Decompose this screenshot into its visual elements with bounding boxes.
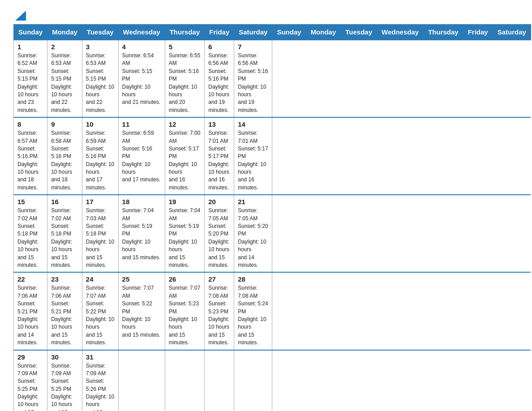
- day-info: Sunrise: 7:09 AMSunset: 5:25 PMDaylight:…: [17, 362, 43, 411]
- calendar-cell: 21Sunrise: 7:05 AMSunset: 5:20 PMDayligh…: [234, 195, 272, 272]
- day-number: 20: [208, 198, 230, 206]
- day-number: 16: [51, 198, 78, 206]
- calendar-cell: 7Sunrise: 6:56 AMSunset: 5:16 PMDaylight…: [234, 40, 272, 117]
- day-info: Sunrise: 7:06 AMSunset: 5:21 PMDaylight:…: [17, 284, 43, 347]
- header-tuesday: Tuesday: [82, 25, 118, 40]
- day-info: Sunrise: 6:59 AMSunset: 5:16 PMDaylight:…: [122, 129, 161, 184]
- day-number: 10: [86, 120, 115, 128]
- day-info: Sunrise: 6:56 AMSunset: 5:16 PMDaylight:…: [208, 52, 230, 114]
- calendar-cell: 1Sunrise: 6:52 AMSunset: 5:15 PMDaylight…: [14, 40, 47, 117]
- day-info: Sunrise: 6:57 AMSunset: 5:16 PMDaylight:…: [17, 129, 43, 192]
- calendar-cell: 2Sunrise: 6:53 AMSunset: 5:15 PMDaylight…: [47, 40, 82, 117]
- day-info: Sunrise: 6:53 AMSunset: 5:15 PMDaylight:…: [86, 52, 115, 114]
- calendar-cell: 31Sunrise: 7:09 AMSunset: 5:26 PMDayligh…: [82, 350, 118, 411]
- header-saturday: Saturday: [493, 25, 531, 40]
- day-info: Sunrise: 7:05 AMSunset: 5:20 PMDaylight:…: [208, 207, 230, 269]
- calendar-cell: [118, 350, 165, 411]
- header-monday: Monday: [306, 25, 341, 40]
- calendar-cell: 20Sunrise: 7:05 AMSunset: 5:20 PMDayligh…: [205, 195, 234, 272]
- calendar-cell: [205, 350, 234, 411]
- day-number: 22: [17, 275, 43, 283]
- calendar-cell: 19Sunrise: 7:04 AMSunset: 5:19 PMDayligh…: [165, 195, 205, 272]
- day-info: Sunrise: 7:07 AMSunset: 5:22 PMDaylight:…: [122, 284, 161, 339]
- calendar-cell: 6Sunrise: 6:56 AMSunset: 5:16 PMDaylight…: [205, 40, 234, 117]
- day-info: Sunrise: 6:59 AMSunset: 5:16 PMDaylight:…: [86, 129, 115, 192]
- calendar-cell: [165, 350, 205, 411]
- header-saturday: Saturday: [234, 25, 272, 40]
- calendar-week-row: 1Sunrise: 6:52 AMSunset: 5:15 PMDaylight…: [14, 40, 531, 117]
- calendar-cell: 16Sunrise: 7:02 AMSunset: 5:18 PMDayligh…: [47, 195, 82, 272]
- day-info: Sunrise: 7:05 AMSunset: 5:20 PMDaylight:…: [238, 207, 268, 269]
- day-info: Sunrise: 7:07 AMSunset: 5:23 PMDaylight:…: [169, 284, 201, 347]
- calendar-week-row: 8Sunrise: 6:57 AMSunset: 5:16 PMDaylight…: [14, 117, 531, 195]
- calendar-cell: 29Sunrise: 7:09 AMSunset: 5:25 PMDayligh…: [14, 350, 47, 411]
- day-number: 23: [51, 275, 78, 283]
- calendar-cell: 10Sunrise: 6:59 AMSunset: 5:16 PMDayligh…: [82, 117, 118, 195]
- day-number: 29: [17, 353, 43, 361]
- calendar-header-row: SundayMondayTuesdayWednesdayThursdayFrid…: [14, 25, 531, 40]
- header-wednesday: Wednesday: [118, 25, 165, 40]
- day-number: 12: [169, 120, 201, 128]
- calendar-cell: 9Sunrise: 6:58 AMSunset: 5:16 PMDaylight…: [47, 117, 82, 195]
- day-number: 24: [86, 275, 115, 283]
- day-number: 14: [238, 120, 268, 128]
- day-number: 26: [169, 275, 201, 283]
- day-number: 15: [17, 198, 43, 206]
- day-info: Sunrise: 6:55 AMSunset: 5:16 PMDaylight:…: [169, 52, 201, 114]
- calendar-cell: 5Sunrise: 6:55 AMSunset: 5:16 PMDaylight…: [165, 40, 205, 117]
- day-number: 25: [122, 275, 161, 283]
- day-info: Sunrise: 6:58 AMSunset: 5:16 PMDaylight:…: [51, 129, 78, 192]
- day-number: 30: [51, 353, 78, 361]
- day-info: Sunrise: 7:09 AMSunset: 5:25 PMDaylight:…: [51, 362, 78, 411]
- header-sunday: Sunday: [14, 25, 47, 40]
- calendar-cell: 23Sunrise: 7:06 AMSunset: 5:21 PMDayligh…: [47, 272, 82, 350]
- calendar-cell: 17Sunrise: 7:03 AMSunset: 5:18 PMDayligh…: [82, 195, 118, 272]
- page-header: [13, 9, 519, 20]
- logo: [13, 9, 27, 20]
- calendar-cell: 3Sunrise: 6:53 AMSunset: 5:15 PMDaylight…: [82, 40, 118, 117]
- day-info: Sunrise: 6:52 AMSunset: 5:15 PMDaylight:…: [17, 52, 43, 114]
- day-number: 4: [122, 43, 161, 51]
- logo-triangle-icon: [14, 9, 27, 21]
- calendar-cell: 27Sunrise: 7:08 AMSunset: 5:23 PMDayligh…: [205, 272, 234, 350]
- header-monday: Monday: [47, 25, 82, 40]
- calendar-cell: 15Sunrise: 7:02 AMSunset: 5:18 PMDayligh…: [14, 195, 47, 272]
- day-info: Sunrise: 7:04 AMSunset: 5:19 PMDaylight:…: [122, 207, 161, 261]
- calendar-cell: 30Sunrise: 7:09 AMSunset: 5:25 PMDayligh…: [47, 350, 82, 411]
- day-info: Sunrise: 7:02 AMSunset: 5:18 PMDaylight:…: [17, 207, 43, 269]
- calendar-week-row: 15Sunrise: 7:02 AMSunset: 5:18 PMDayligh…: [14, 195, 531, 272]
- calendar-week-row: 29Sunrise: 7:09 AMSunset: 5:25 PMDayligh…: [14, 350, 531, 411]
- day-number: 21: [238, 198, 268, 206]
- header-friday: Friday: [205, 25, 234, 40]
- calendar-week-row: 22Sunrise: 7:06 AMSunset: 5:21 PMDayligh…: [14, 272, 531, 350]
- day-number: 28: [238, 275, 268, 283]
- calendar-cell: 4Sunrise: 6:54 AMSunset: 5:15 PMDaylight…: [118, 40, 165, 117]
- day-number: 19: [169, 198, 201, 206]
- header-tuesday: Tuesday: [341, 25, 377, 40]
- day-number: 11: [122, 120, 161, 128]
- day-info: Sunrise: 7:01 AMSunset: 5:17 PMDaylight:…: [208, 129, 230, 192]
- calendar-table: SundayMondayTuesdayWednesdayThursdayFrid…: [13, 24, 531, 411]
- day-info: Sunrise: 7:07 AMSunset: 5:22 PMDaylight:…: [86, 284, 115, 347]
- day-info: Sunrise: 7:00 AMSunset: 5:17 PMDaylight:…: [169, 129, 201, 192]
- day-info: Sunrise: 7:09 AMSunset: 5:26 PMDaylight:…: [86, 362, 115, 411]
- day-info: Sunrise: 7:08 AMSunset: 5:23 PMDaylight:…: [208, 284, 230, 347]
- header-friday: Friday: [463, 25, 493, 40]
- day-number: 27: [208, 275, 230, 283]
- calendar-cell: 13Sunrise: 7:01 AMSunset: 5:17 PMDayligh…: [205, 117, 234, 195]
- calendar-cell: 14Sunrise: 7:01 AMSunset: 5:17 PMDayligh…: [234, 117, 272, 195]
- day-info: Sunrise: 7:02 AMSunset: 5:18 PMDaylight:…: [51, 207, 78, 269]
- calendar-cell: 22Sunrise: 7:06 AMSunset: 5:21 PMDayligh…: [14, 272, 47, 350]
- day-info: Sunrise: 6:53 AMSunset: 5:15 PMDaylight:…: [51, 52, 78, 114]
- day-number: 1: [17, 43, 43, 51]
- calendar-cell: 26Sunrise: 7:07 AMSunset: 5:23 PMDayligh…: [165, 272, 205, 350]
- day-info: Sunrise: 6:54 AMSunset: 5:15 PMDaylight:…: [122, 52, 161, 107]
- day-number: 3: [86, 43, 115, 51]
- calendar-cell: 25Sunrise: 7:07 AMSunset: 5:22 PMDayligh…: [118, 272, 165, 350]
- day-info: Sunrise: 7:08 AMSunset: 5:24 PMDaylight:…: [238, 284, 268, 347]
- header-thursday: Thursday: [165, 25, 205, 40]
- day-info: Sunrise: 7:03 AMSunset: 5:18 PMDaylight:…: [86, 207, 115, 269]
- day-number: 6: [208, 43, 230, 51]
- day-info: Sunrise: 6:56 AMSunset: 5:16 PMDaylight:…: [238, 52, 268, 114]
- calendar-cell: 24Sunrise: 7:07 AMSunset: 5:22 PMDayligh…: [82, 272, 118, 350]
